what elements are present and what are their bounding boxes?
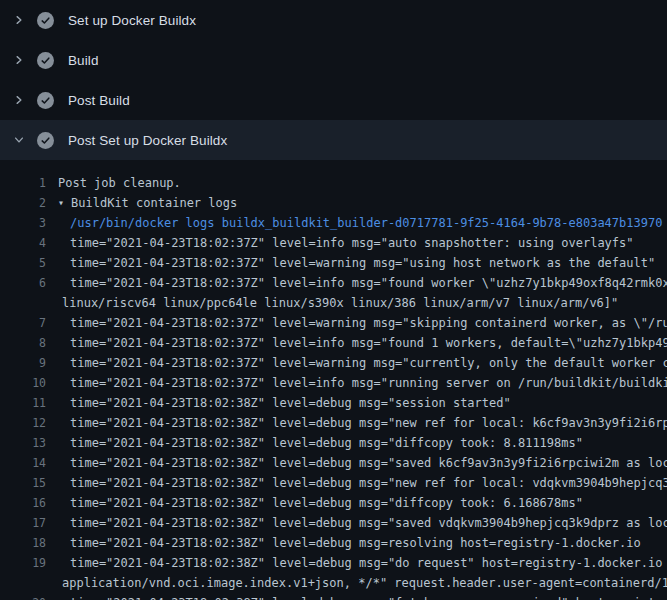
log-line: 17time="2021-04-23T18:02:38Z" level=debu…	[0, 513, 667, 533]
log-line: 7time="2021-04-23T18:02:37Z" level=warni…	[0, 313, 667, 333]
log-line: 1Post job cleanup.	[0, 173, 667, 193]
step-title: Post Set up Docker Buildx	[68, 133, 227, 148]
step-header-post-build[interactable]: Post Build	[0, 80, 667, 120]
log-line-number[interactable]: 19	[0, 553, 46, 573]
log-line-text: time="2021-04-23T18:02:38Z" level=debug …	[46, 493, 583, 513]
log-line-number[interactable]: 6	[0, 273, 46, 293]
log-line-text: time="2021-04-23T18:02:37Z" level=warnin…	[46, 313, 667, 333]
log-line-text: time="2021-04-23T18:02:38Z" level=debug …	[46, 393, 511, 413]
log-line-text: time="2021-04-23T18:02:38Z" level=debug …	[46, 433, 583, 453]
log-line-number[interactable]: 9	[0, 353, 46, 373]
workflow-steps-list: Set up Docker BuildxBuildPost BuildPost …	[0, 0, 667, 160]
step-header-build[interactable]: Build	[0, 40, 667, 80]
log-group-toggle-icon[interactable]: ▾	[46, 193, 64, 213]
log-line: 4time="2021-04-23T18:02:37Z" level=info …	[0, 233, 667, 253]
log-line-number	[0, 573, 46, 593]
log-line-number[interactable]: 13	[0, 433, 46, 453]
check-circle-icon	[37, 52, 54, 69]
log-line-number[interactable]: 3	[0, 213, 46, 233]
log-line-number	[0, 293, 46, 313]
log-line-number[interactable]: 7	[0, 313, 46, 333]
log-line: 5time="2021-04-23T18:02:37Z" level=warni…	[0, 253, 667, 273]
log-line: 3/usr/bin/docker logs buildx_buildkit_bu…	[0, 213, 667, 233]
log-line-text: BuildKit container logs	[64, 193, 237, 213]
step-header-set-up-docker-buildx[interactable]: Set up Docker Buildx	[0, 0, 667, 40]
log-line-text: linux/riscv64 linux/ppc64le linux/s390x …	[46, 293, 618, 313]
log-line: 11time="2021-04-23T18:02:38Z" level=debu…	[0, 393, 667, 413]
log-line-text: time="2021-04-23T18:02:38Z" level=debug …	[46, 513, 667, 533]
log-line-text: time="2021-04-23T18:02:37Z" level=info m…	[46, 373, 667, 393]
log-line-text: time="2021-04-23T18:02:38Z" level=debug …	[46, 473, 667, 493]
log-line-number[interactable]: 14	[0, 453, 46, 473]
log-line: 8time="2021-04-23T18:02:37Z" level=info …	[0, 333, 667, 353]
log-line-number[interactable]: 17	[0, 513, 46, 533]
log-line-number[interactable]: 5	[0, 253, 46, 273]
log-line-text: Post job cleanup.	[46, 173, 181, 193]
log-line: 16time="2021-04-23T18:02:38Z" level=debu…	[0, 493, 667, 513]
log-line: 18time="2021-04-23T18:02:38Z" level=debu…	[0, 533, 667, 553]
log-line: 15time="2021-04-23T18:02:38Z" level=debu…	[0, 473, 667, 493]
log-line-number[interactable]: 15	[0, 473, 46, 493]
log-line: 19time="2021-04-23T18:02:38Z" level=debu…	[0, 553, 667, 573]
log-line-number[interactable]: 12	[0, 413, 46, 433]
chevron-right-icon[interactable]	[11, 12, 27, 28]
step-title: Set up Docker Buildx	[68, 13, 196, 28]
log-line-text: time="2021-04-23T18:02:38Z" level=debug …	[46, 413, 667, 433]
log-line: 13time="2021-04-23T18:02:38Z" level=debu…	[0, 433, 667, 453]
log-line: 6time="2021-04-23T18:02:37Z" level=info …	[0, 273, 667, 293]
log-line-number[interactable]: 2	[0, 193, 46, 213]
log-line: 2▾BuildKit container logs	[0, 193, 667, 213]
log-line-number[interactable]: 11	[0, 393, 46, 413]
step-header-post-set-up-docker-buildx[interactable]: Post Set up Docker Buildx	[0, 120, 667, 160]
check-circle-icon	[37, 12, 54, 29]
log-line-number[interactable]: 10	[0, 373, 46, 393]
log-line-text: time="2021-04-23T18:02:38Z" level=debug …	[46, 533, 641, 553]
log-line: 10time="2021-04-23T18:02:37Z" level=info…	[0, 373, 667, 393]
step-log-output: 1Post job cleanup.2▾BuildKit container l…	[0, 160, 667, 600]
chevron-down-icon[interactable]	[11, 132, 27, 148]
check-circle-icon	[37, 132, 54, 149]
log-line-number[interactable]: 16	[0, 493, 46, 513]
log-line-number[interactable]: 18	[0, 533, 46, 553]
log-line-number[interactable]: 1	[0, 173, 46, 193]
log-line-text: time="2021-04-23T18:02:37Z" level=info m…	[46, 333, 667, 353]
log-line-text: time="2021-04-23T18:02:38Z" level=debug …	[46, 453, 667, 473]
log-command-text: /usr/bin/docker logs buildx_buildkit_bui…	[46, 213, 662, 233]
step-title: Post Build	[68, 93, 130, 108]
check-circle-icon	[37, 92, 54, 109]
log-line: 9time="2021-04-23T18:02:37Z" level=warni…	[0, 353, 667, 373]
log-line-text: time="2021-04-23T18:02:37Z" level=info m…	[46, 273, 667, 293]
log-line-text: time="2021-04-23T18:02:37Z" level=warnin…	[46, 253, 655, 273]
log-line-text: time="2021-04-23T18:02:38Z" level=debug …	[46, 553, 667, 573]
log-line: linux/riscv64 linux/ppc64le linux/s390x …	[0, 293, 667, 313]
log-line-text: application/vnd.oci.image.index.v1+json,…	[46, 573, 667, 593]
chevron-right-icon[interactable]	[11, 92, 27, 108]
log-line: 14time="2021-04-23T18:02:38Z" level=debu…	[0, 453, 667, 473]
log-line-text: time="2021-04-23T18:02:38Z" level=debug …	[46, 593, 667, 600]
log-line: 12time="2021-04-23T18:02:38Z" level=debu…	[0, 413, 667, 433]
log-line-number[interactable]: 4	[0, 233, 46, 253]
log-line-number[interactable]: 8	[0, 333, 46, 353]
log-line: application/vnd.oci.image.index.v1+json,…	[0, 573, 667, 593]
log-line-number[interactable]: 20	[0, 593, 46, 600]
log-line: 20time="2021-04-23T18:02:38Z" level=debu…	[0, 593, 667, 600]
log-line-text: time="2021-04-23T18:02:37Z" level=info m…	[46, 233, 634, 253]
chevron-right-icon[interactable]	[11, 52, 27, 68]
step-title: Build	[68, 53, 99, 68]
log-line-text: time="2021-04-23T18:02:37Z" level=warnin…	[46, 353, 667, 373]
